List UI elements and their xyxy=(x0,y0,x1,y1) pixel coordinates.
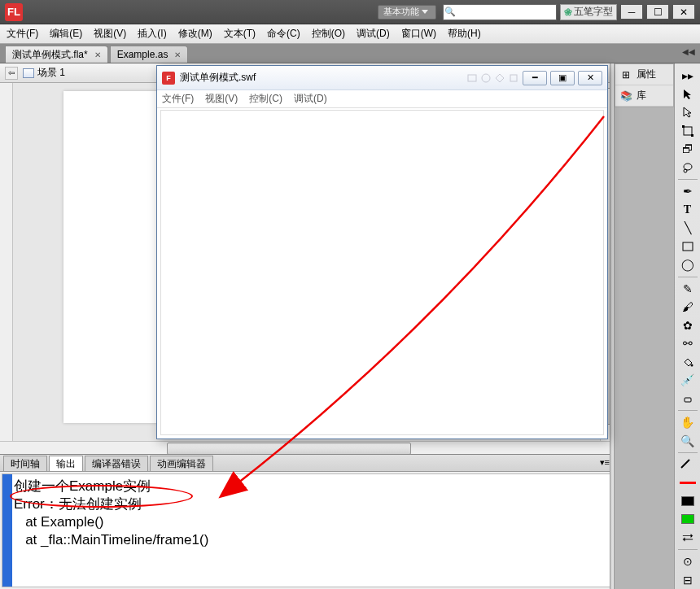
paint-bucket-tool[interactable] xyxy=(677,353,698,370)
panel-options-icon[interactable]: ▾≡ xyxy=(600,457,610,468)
vertical-ruler xyxy=(0,83,13,441)
ime-label: 五笔字型 xyxy=(574,5,613,19)
svg-point-6 xyxy=(690,364,693,366)
tools-panel: ▸▸ 🗗 ✒ T ╲ ◯ ✎ 🖌 ✿ ⚯ 💉 ✋ 🔍 ⮂ ⊙ ⊟ xyxy=(674,63,700,589)
brush-tool[interactable]: 🖌 xyxy=(677,299,698,316)
panel-splitter[interactable] xyxy=(610,63,615,589)
fill-color-green[interactable] xyxy=(677,511,698,528)
hand-tool[interactable]: ✋ xyxy=(677,414,698,431)
rectangle-tool[interactable] xyxy=(677,238,698,255)
doc-tab-fla-label: 测试单例模式.fla* xyxy=(12,48,88,62)
swf-sys-icon xyxy=(508,72,519,84)
free-transform-tool[interactable] xyxy=(677,123,698,140)
deco-tool[interactable]: ✿ xyxy=(677,316,698,334)
menu-modify[interactable]: 修改(M) xyxy=(178,27,212,41)
selection-tool[interactable] xyxy=(677,86,698,103)
menu-debug[interactable]: 调试(D) xyxy=(357,27,390,41)
app-titlebar: FL 基本功能 🔍 ❀ 五笔字型 ─ ☐ ✕ xyxy=(0,0,700,24)
svg-point-9 xyxy=(482,74,490,82)
pen-tool[interactable]: ✒ xyxy=(677,183,698,200)
swf-menu-control[interactable]: 控制(C) xyxy=(249,92,282,106)
eraser-tool[interactable] xyxy=(677,390,698,407)
swf-title: 测试单例模式.swf xyxy=(180,71,256,85)
stroke-color-swatch[interactable] xyxy=(677,456,698,473)
properties-icon: ⊞ xyxy=(619,68,633,81)
pencil-tool[interactable]: ✎ xyxy=(677,280,698,297)
swf-close-button[interactable]: ✕ xyxy=(578,71,602,85)
menu-view[interactable]: 视图(V) xyxy=(94,27,126,41)
bone-tool[interactable]: ⚯ xyxy=(677,335,698,352)
minimize-button[interactable]: ─ xyxy=(620,4,643,20)
menu-file[interactable]: 文件(F) xyxy=(7,27,38,41)
scene-back-icon[interactable]: ⇦ xyxy=(5,67,18,80)
maximize-button[interactable]: ☐ xyxy=(646,4,669,20)
app-menubar: 文件(F) 编辑(E) 视图(V) 插入(I) 修改(M) 文本(T) 命令(C… xyxy=(0,24,700,44)
doc-tab-fla[interactable]: 测试单例模式.fla* ✕ xyxy=(5,46,108,63)
panel-library-label: 库 xyxy=(637,89,646,103)
right-panel-strip: ⊞ 属性 📚 库 xyxy=(615,63,674,107)
close-button[interactable]: ✕ xyxy=(672,4,695,20)
menu-commands[interactable]: 命令(C) xyxy=(267,27,300,41)
oval-tool[interactable]: ◯ xyxy=(677,256,698,273)
output-selection-gutter xyxy=(2,474,12,587)
scroll-thumb[interactable] xyxy=(167,443,411,455)
eyedropper-tool[interactable]: 💉 xyxy=(677,372,698,389)
menu-text[interactable]: 文本(T) xyxy=(224,27,256,41)
swf-menubar: 文件(F) 视图(V) 控制(C) 调试(D) xyxy=(157,90,607,108)
doc-tab-as[interactable]: Example.as ✕ xyxy=(110,46,189,63)
menu-edit[interactable]: 编辑(E) xyxy=(50,27,82,41)
tab-output[interactable]: 输出 xyxy=(49,456,83,471)
options-icon[interactable]: ⊟ xyxy=(677,572,698,589)
fill-color-black[interactable] xyxy=(677,493,698,510)
close-tab-icon[interactable]: ✕ xyxy=(174,50,181,59)
text-tool[interactable]: T xyxy=(677,201,698,218)
swf-menu-file[interactable]: 文件(F) xyxy=(162,92,194,106)
library-icon: 📚 xyxy=(619,89,633,103)
doc-tab-as-label: Example.as xyxy=(117,49,168,60)
menu-insert[interactable]: 插入(I) xyxy=(138,27,166,41)
gradient-transform-tool[interactable]: 🗗 xyxy=(677,141,698,158)
bottom-tabs: 时间轴 输出 编译器错误 动画编辑器 ▾≡ xyxy=(0,455,615,472)
menu-control[interactable]: 控制(O) xyxy=(312,27,345,41)
svg-rect-5 xyxy=(683,242,693,251)
swf-sys-icon xyxy=(466,72,478,84)
workspace-switcher[interactable]: 基本功能 xyxy=(378,5,436,20)
bottom-panel: 时间轴 输出 编译器错误 动画编辑器 ▾≡ 创建一个Example实例 Erro… xyxy=(0,454,615,589)
swap-colors-icon[interactable]: ⮂ xyxy=(677,530,698,547)
ime-indicator[interactable]: ❀ 五笔字型 xyxy=(560,4,617,20)
tab-timeline[interactable]: 时间轴 xyxy=(3,456,47,471)
subselection-tool[interactable] xyxy=(677,104,698,121)
output-panel[interactable]: 创建一个Example实例 Error：无法创建实例 at Example() … xyxy=(2,473,613,587)
snap-icon[interactable]: ⊙ xyxy=(677,553,698,570)
search-input[interactable]: 🔍 xyxy=(443,4,557,20)
svg-rect-8 xyxy=(468,75,476,81)
swf-stage xyxy=(160,110,604,435)
swf-menu-view[interactable]: 视图(V) xyxy=(205,92,238,106)
line-color-swatch[interactable] xyxy=(677,474,698,491)
tabs-collapse-icon[interactable]: ◀◀ xyxy=(682,47,695,56)
menu-help[interactable]: 帮助(H) xyxy=(448,27,481,41)
swf-player-window[interactable]: F 测试单例模式.swf ━ ▣ ✕ 文件(F) 视图(V) 控制(C) 调试(… xyxy=(156,65,608,439)
lasso-tool[interactable] xyxy=(677,159,698,177)
svg-rect-10 xyxy=(510,75,517,81)
svg-rect-1 xyxy=(682,125,685,128)
swf-sys-icon xyxy=(480,72,492,84)
menu-window[interactable]: 窗口(W) xyxy=(401,27,436,41)
scene-icon xyxy=(23,68,34,78)
swf-titlebar[interactable]: F 测试单例模式.swf ━ ▣ ✕ xyxy=(157,66,607,90)
panel-properties[interactable]: ⊞ 属性 xyxy=(615,64,673,85)
svg-rect-7 xyxy=(685,398,691,402)
swf-maximize-button[interactable]: ▣ xyxy=(550,71,575,85)
swf-menu-debug[interactable]: 调试(D) xyxy=(294,92,327,106)
tab-compiler-errors[interactable]: 编译器错误 xyxy=(85,456,148,471)
panel-library[interactable]: 📚 库 xyxy=(615,85,673,107)
close-tab-icon[interactable]: ✕ xyxy=(94,50,101,59)
tab-motion-editor[interactable]: 动画编辑器 xyxy=(150,456,213,471)
svg-rect-2 xyxy=(691,134,693,137)
flash-player-icon: F xyxy=(162,72,175,85)
swf-minimize-button[interactable]: ━ xyxy=(523,71,547,85)
scene-label: 场景 1 xyxy=(37,66,65,80)
collapse-panel-icon[interactable]: ▸▸ xyxy=(677,68,698,85)
zoom-tool[interactable]: 🔍 xyxy=(677,432,698,449)
line-tool[interactable]: ╲ xyxy=(677,220,698,237)
